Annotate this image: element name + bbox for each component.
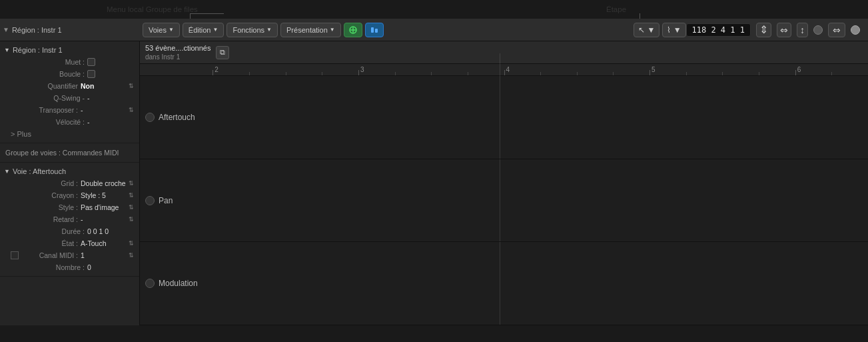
lane-content-pan[interactable] <box>140 159 868 242</box>
lane-content-modulation[interactable] <box>140 242 868 325</box>
label-boucle: Boucle : <box>11 70 87 78</box>
style-stepper[interactable]: ⇅ <box>129 204 134 211</box>
region-label: Région : Instr 1 <box>12 26 62 34</box>
grid-stepper[interactable]: ⇅ <box>129 180 134 187</box>
zoom-btn[interactable]: ⇕ <box>756 23 771 37</box>
lane-pan: Pan <box>140 159 868 243</box>
inspector-region-section: ▼ Région : Instr 1 Muet : Boucle : Quant… <box>0 41 139 143</box>
row-quantifier: Quantifier Non ⇅ <box>0 80 139 92</box>
fit-btn[interactable]: ⇔ <box>777 23 791 37</box>
icon-btn-blue[interactable] <box>365 23 384 37</box>
region-sub-text: dans Instr 1 <box>145 53 211 61</box>
region-title: Région : Instr 1 <box>13 46 63 54</box>
position-display: 118 2 4 1 1 <box>686 23 751 37</box>
value-canal[interactable]: 1 <box>81 251 127 259</box>
row-grid: Grid : Double croche ⇅ <box>0 177 139 189</box>
pointer-tool[interactable]: ↖ ▼ <box>634 23 659 37</box>
value-quantifier[interactable]: Non <box>81 82 127 90</box>
mute-btn-aftertouch[interactable] <box>145 113 155 122</box>
label-qswing: Q-Swing - <box>11 94 87 102</box>
lane-modulation: Modulation <box>140 242 868 325</box>
lane-content-aftertouch[interactable] <box>140 76 868 159</box>
row-muet: Muet : <box>0 56 139 68</box>
row-crayon: Crayon : Style : 5 ⇅ <box>0 189 139 201</box>
retard-stepper[interactable]: ⇅ <box>129 216 134 223</box>
vert-btn[interactable]: ↕ <box>797 23 808 37</box>
label-style: Style : <box>11 203 81 211</box>
checkbox-muet[interactable] <box>87 58 95 66</box>
value-etat[interactable]: A-Touch <box>81 239 127 247</box>
value-crayon[interactable]: Style : 5 <box>81 191 127 199</box>
menu-edition[interactable]: Édition ▼ <box>183 23 224 37</box>
voice-title: Voie : Aftertouch <box>13 167 66 175</box>
mute-btn-pan[interactable] <box>145 196 155 205</box>
transposer-stepper[interactable]: ⇅ <box>129 107 134 113</box>
arrow-icon: ▼ <box>4 47 10 53</box>
expand-btn[interactable]: ⇔ <box>828 23 845 37</box>
crayon-stepper[interactable]: ⇅ <box>129 192 134 199</box>
mute-btn-modulation[interactable] <box>145 279 155 288</box>
value-style[interactable]: Pas d'image <box>81 203 127 211</box>
inspector-voice-section: ▼ Voie : Aftertouch Grid : Double croche… <box>0 163 139 277</box>
lane-aftertouch: Aftertouch <box>140 76 868 159</box>
toolbar: ▼ Région : Instr 1 Voies ▼ Édition ▼ Fon… <box>0 19 868 41</box>
label-crayon: Crayon : <box>11 191 81 199</box>
label-velocite: Vélocité : <box>11 118 87 126</box>
editor-area: 53 évène....ctionnés dans Instr 1 ⧉ 2345… <box>140 41 868 325</box>
menu-fonctions[interactable]: Fonctions ▼ <box>226 23 278 37</box>
label-canal: Canal MIDI : <box>21 251 81 259</box>
inspector-panel: ▼ Région : Instr 1 Muet : Boucle : Quant… <box>0 41 140 325</box>
lane-name-modulation: Modulation <box>159 279 198 288</box>
etat-stepper[interactable]: ⇅ <box>129 240 134 247</box>
menu-presentation[interactable]: Présentation ▼ <box>280 23 341 37</box>
toolbar-right: 118 2 4 1 1 ⇕ ⇔ ↕ ⇔ <box>686 23 860 37</box>
row-duree: Durée : 0 0 1 0 <box>0 225 139 237</box>
value-retard: - <box>81 215 127 223</box>
lane-name-pan: Pan <box>159 196 173 205</box>
toolbar-region-label: ▼ Région : Instr 1 <box>3 26 143 34</box>
svg-rect-3 <box>371 27 374 33</box>
color-circle-1[interactable] <box>813 25 823 35</box>
label-quantifier: Quantifier <box>11 82 81 90</box>
checkbox-canal[interactable] <box>11 251 19 259</box>
checkbox-boucle[interactable] <box>87 70 95 78</box>
icon-btn-green[interactable] <box>344 23 362 37</box>
row-plus[interactable]: > Plus <box>0 128 139 140</box>
menu-voies[interactable]: Voies ▼ <box>143 23 180 37</box>
toolbar-menus: Voies ▼ Édition ▼ Fonctions ▼ Présentati… <box>143 23 634 37</box>
value-grid[interactable]: Double croche <box>81 179 127 187</box>
annotation-menu-local: Menu local Groupe de files <box>107 5 198 13</box>
value-nombre: 0 <box>87 263 134 271</box>
value-muet <box>87 58 134 66</box>
inspector-region-header: ▼ Région : Instr 1 <box>0 44 139 56</box>
label-retard: Retard : <box>11 215 81 223</box>
region-info: 53 évène....ctionnés dans Instr 1 <box>145 43 211 61</box>
region-header: 53 évène....ctionnés dans Instr 1 ⧉ <box>140 41 868 64</box>
value-velocite: - <box>87 118 134 126</box>
label-muet: Muet : <box>11 58 87 66</box>
annotation-etape: Étape <box>606 5 626 13</box>
region-events-text: 53 évène....ctionnés <box>145 43 211 53</box>
label-nombre: Nombre : <box>11 263 87 271</box>
row-boucle: Boucle : <box>0 68 139 80</box>
timeline-ruler: 23456 <box>140 64 868 76</box>
toolbar-tools: ↖ ▼ ⌇ ▼ <box>634 23 685 37</box>
lane-name-aftertouch: Aftertouch <box>159 113 195 122</box>
row-qswing: Q-Swing - - <box>0 92 139 104</box>
row-style: Style : Pas d'image ⇅ <box>0 201 139 213</box>
group-label: Groupe de voies : Commandes MIDI <box>0 146 139 159</box>
row-canal: Canal MIDI : 1 ⇅ <box>0 249 139 261</box>
canal-stepper[interactable]: ⇅ <box>129 252 134 259</box>
label-duree: Durée : <box>11 227 87 235</box>
region-icon-btn[interactable]: ⧉ <box>216 46 229 59</box>
quantifier-stepper[interactable]: ⇅ <box>129 83 134 89</box>
value-duree: 0 0 1 0 <box>87 227 134 235</box>
color-circle-2[interactable] <box>851 25 860 35</box>
label-etat: État : <box>11 239 81 247</box>
value-boucle <box>87 70 134 78</box>
row-nombre: Nombre : 0 <box>0 261 139 273</box>
row-transposer: Transposer : - ⇅ <box>0 104 139 116</box>
inspector-group-section: Groupe de voies : Commandes MIDI <box>0 143 139 163</box>
label-grid: Grid : <box>11 179 81 187</box>
pencil-tool[interactable]: ⌇ ▼ <box>662 23 685 37</box>
